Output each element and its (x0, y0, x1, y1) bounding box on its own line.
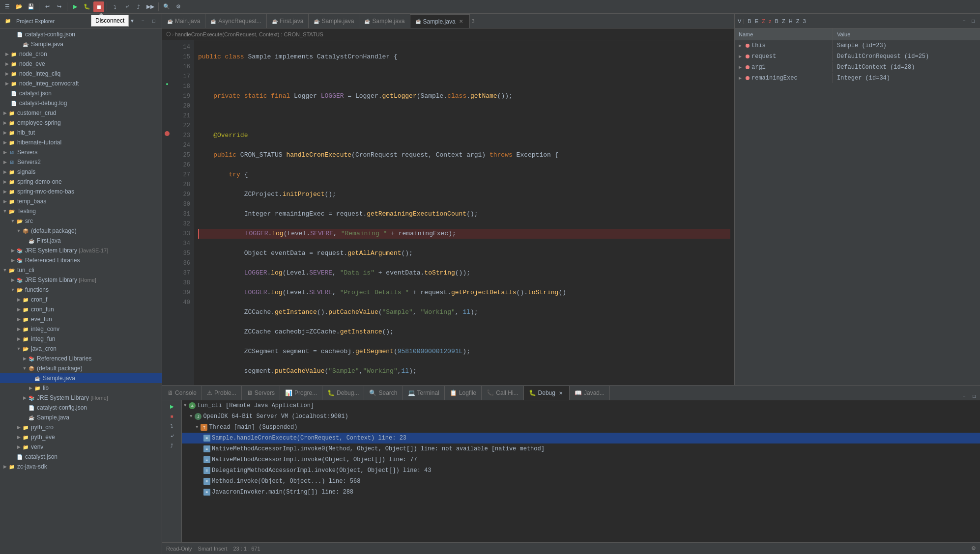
tree-item-node-cron[interactable]: ▶ 📁 node_cron (0, 49, 162, 59)
tree-item-node-integ-cliq[interactable]: ▶ 📁 node_integ_cliq (0, 69, 162, 79)
tab-servers[interactable]: 🖥 Servers (242, 386, 280, 400)
expand-icon[interactable]: ▶ (739, 54, 746, 59)
tree-item-integ-conv[interactable]: ▶ 📁 integ_conv (0, 324, 162, 334)
code-editor[interactable]: ● (162, 40, 734, 385)
toolbar-btn-step-over[interactable]: ⤵ (110, 1, 120, 12)
tree-item-cron-fun[interactable]: ▶ 📁 cron_fun (0, 305, 162, 314)
tab-main-java[interactable]: ☕ Main.java (162, 14, 205, 28)
toolbar-btn-redo[interactable]: ↪ (54, 1, 64, 12)
tab-debug-active[interactable]: 🐛 Debug ✕ (524, 386, 570, 400)
sidebar-sync-btn[interactable]: ⟳ (117, 17, 125, 25)
tree-item-catalyst-debug[interactable]: 📄 catalyst-debug.log (0, 98, 162, 108)
tree-item-default-package-2[interactable]: ▼ 📦 (default package) (0, 363, 162, 373)
sidebar-filter-btn[interactable]: ▼ (128, 17, 136, 25)
tree-item-hibernate-tutorial[interactable]: ▶ 📁 hibernate-tutorial (0, 138, 162, 147)
toolbar-btn-run[interactable]: ▶ (70, 1, 81, 12)
debug-frame-0[interactable]: ≡ Sample.handleCronExecute(CronRequest, … (182, 433, 980, 443)
tab-async-request[interactable]: ☕ AsyncRequest... (205, 14, 266, 28)
tree-item-zc-java-sdk[interactable]: ▶ 📁 zc-java-sdk (0, 462, 162, 471)
debug-panel-maximize[interactable]: □ (969, 17, 977, 25)
tree-item-jre-system-library[interactable]: ▶ 📚 JRE System Library [JavaSE-17] (0, 246, 162, 255)
expand-icon[interactable]: ▶ (739, 75, 746, 81)
tree-item-integ-fun[interactable]: ▶ 📁 integ_fun (0, 334, 162, 344)
debug-step-into-btn[interactable]: ⤶ (168, 432, 176, 440)
debug-frame-2[interactable]: ≡ NativeMethodAccessorImpl.invoke(Object… (182, 454, 980, 465)
tree-item-src[interactable]: ▼ 📂 src (0, 216, 162, 226)
bottom-panel-minimize[interactable]: − (960, 392, 968, 400)
tree-item-first-java[interactable]: ☕ First.java (0, 236, 162, 246)
toolbar-btn-save[interactable]: 💾 (26, 1, 36, 12)
tree-item-servers[interactable]: ▶ 🖥 Servers (0, 147, 162, 157)
tree-item-node-integ-convocraft[interactable]: ▶ 📁 node_integ_convocraft (0, 79, 162, 88)
debug-panel-minimize[interactable]: − (960, 17, 968, 25)
tree-item-functions[interactable]: ▼ 📂 functions (0, 285, 162, 295)
tree-item-referenced-libraries[interactable]: ▶ 📚 Referenced Libraries (0, 354, 162, 363)
debug-frame-1[interactable]: ≡ NativeMethodAccessorImpl.invoke0(Metho… (182, 443, 980, 454)
debug-step-return-btn[interactable]: ⤴ (168, 442, 176, 449)
sidebar-maximize-btn[interactable]: □ (150, 17, 158, 25)
tree-item-hib-tut[interactable]: ▶ 📁 hib_tut (0, 128, 162, 138)
tab-progress[interactable]: 📊 Progre... (280, 386, 322, 400)
toolbar-btn-search[interactable]: 🔍 (161, 1, 172, 12)
code-content[interactable]: public class Sample implements CatalystC… (194, 40, 734, 385)
tab-terminal[interactable]: 💻 Terminal (403, 386, 445, 400)
debug-step-over-btn[interactable]: ⤵ (168, 422, 176, 430)
debug-var-arg1[interactable]: ▶ arg1 DefaultContext (id=28) (735, 62, 980, 73)
toolbar-btn-step-into[interactable]: ⤶ (121, 1, 132, 12)
tree-item-node-eve[interactable]: ▶ 📁 node_eve (0, 59, 162, 69)
toolbar-btn-settings[interactable]: ⚙ (173, 1, 184, 12)
debug-var-this[interactable]: ▶ this Sample (id=23) (735, 40, 980, 51)
tab-console[interactable]: 🖥 Console (162, 386, 202, 400)
expand-icon[interactable]: ▶ (739, 64, 746, 70)
tree-item-pyth-cro[interactable]: ▶ 📁 pyth_cro (0, 422, 162, 432)
tree-item-tun-cli[interactable]: ▼ 📂 tun_cli (0, 265, 162, 275)
tab-close-btn[interactable]: ✕ (458, 18, 464, 25)
tree-item-jre-system-library-2[interactable]: ▶ 📚 JRE System Library [Home] (0, 393, 162, 403)
tab-sample-java-2[interactable]: ☕ Sample.java (359, 14, 410, 28)
tree-item-servers2[interactable]: ▶ 🖥 Servers2 (0, 157, 162, 167)
tab-call-hierarchy[interactable]: 📞 Call Hi... (482, 386, 523, 400)
sidebar-minimize-btn[interactable]: − (139, 17, 147, 25)
tree-item-eve-fun[interactable]: ▶ 📁 eve_fun (0, 314, 162, 324)
tab-sample-java-active[interactable]: ☕ Sample.java ✕ (410, 14, 470, 28)
toolbar-btn-resume[interactable]: ▶▶ (145, 1, 156, 12)
tree-item-pyth-eve[interactable]: ▶ 📁 pyth_eve (0, 432, 162, 442)
toolbar-btn-step-return[interactable]: ⤴ (133, 1, 144, 12)
tree-item-temp-baas[interactable]: ▶ 📁 temp_baas (0, 196, 162, 206)
debug-var-remaining[interactable]: ▶ remainingExec Integer (id=34) (735, 73, 980, 83)
debug-stop-btn[interactable]: ■ (168, 412, 176, 420)
tab-sample-java-1[interactable]: ☕ Sample.java (309, 14, 359, 28)
debug-thread-item[interactable]: ▼ T Thread [main] (Suspended) (182, 422, 980, 433)
tree-item-sample-java-3[interactable]: ☕ Sample.java (0, 413, 162, 422)
tree-item-sample-java-1[interactable]: ☕ Sample.java (0, 39, 162, 49)
bottom-panel-maximize[interactable]: □ (970, 392, 978, 400)
debug-var-request[interactable]: ▶ request DefaultCronRequest (id=25) (735, 51, 980, 62)
tree-item-spring-demo-one[interactable]: ▶ 📁 spring-demo-one (0, 177, 162, 187)
toolbar-btn-debug[interactable]: 🐛 (82, 1, 92, 12)
debug-app-item[interactable]: ▼ A tun_cli [Remote Java Application] (182, 400, 980, 411)
tree-item-catalyst-config-2[interactable]: 📄 catalyst-config.json (0, 403, 162, 413)
debug-jdk-item[interactable]: ▼ J OpenJDK 64-Bit Server VM (localhost:… (182, 411, 980, 422)
tree-item-catalyst-config[interactable]: 📄 catalyst-config.json (0, 29, 162, 39)
tree-item-venv[interactable]: ▶ 📁 venv (0, 442, 162, 452)
toolbar-btn-disconnect[interactable]: ⏹ (93, 1, 104, 12)
tree-item-spring-mvc[interactable]: ▶ 📁 spring-mvc-demo-bas (0, 187, 162, 196)
tree-item-signals[interactable]: ▶ 📁 signals (0, 167, 162, 177)
tab-javadoc[interactable]: 📖 Javad... (570, 386, 610, 400)
expand-icon[interactable]: ▶ (739, 43, 746, 49)
tree-item-testing[interactable]: ▼ 📂 Testing (0, 206, 162, 216)
toolbar-btn-open[interactable]: 📂 (14, 1, 25, 12)
tab-first-java[interactable]: ☕ First.java (267, 14, 309, 28)
tab-debug-1[interactable]: 🐛 Debug... (322, 386, 364, 400)
tab-problems[interactable]: ⚠ Proble... (202, 386, 242, 400)
tree-item-referenced-libraries-testing[interactable]: ▶ 📚 Referenced Libraries (0, 255, 162, 265)
tree-item-lib[interactable]: ▶ 📁 lib (0, 383, 162, 393)
tree-item-catalyst-json-1[interactable]: 📄 catalyst.json (0, 88, 162, 98)
debug-frame-3[interactable]: ≡ DelegatingMethodAccessorImpl.invoke(Ob… (182, 465, 980, 476)
debug-frame-5[interactable]: ≡ JavacronInvoker.main(String[]) line: 2… (182, 487, 980, 498)
tab-logfile[interactable]: 📋 Logfile (445, 386, 482, 400)
tree-item-sample-java-selected[interactable]: ☕ Sample.java (0, 373, 162, 383)
tree-item-employee-spring[interactable]: ▶ 📁 employee-spring (0, 118, 162, 128)
tree-item-customer-crud[interactable]: ▶ 📁 customer_crud (0, 108, 162, 118)
tree-item-jre-home[interactable]: ▶ 📚 JRE System Library [Home] (0, 275, 162, 285)
